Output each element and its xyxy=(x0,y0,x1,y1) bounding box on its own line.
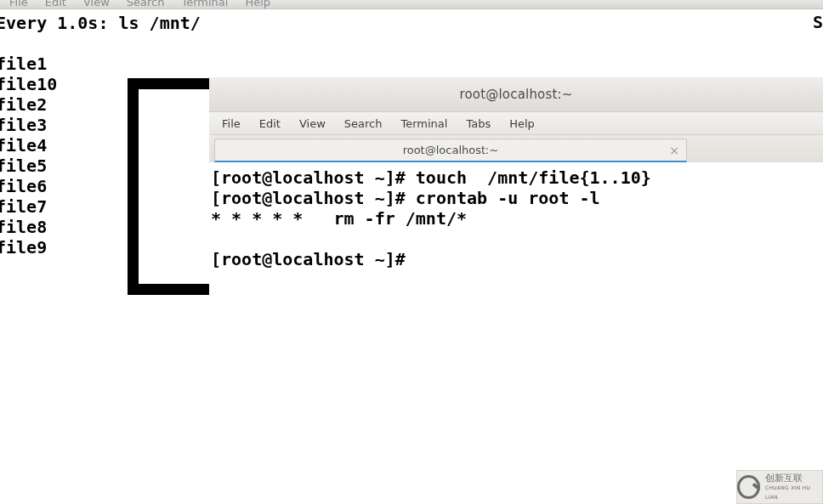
fg-terminal-body[interactable]: [root@localhost ~]# touch /mnt/file{1..1… xyxy=(209,162,823,504)
menu-edit[interactable]: Edit xyxy=(250,114,290,133)
watermark-text: 创新互联 CHUANG XIN HU LIAN xyxy=(765,473,822,501)
terminal-line: [root@localhost ~]# crontab -u root -l xyxy=(211,188,600,208)
tab-active[interactable]: root@localhost:~ × xyxy=(214,139,687,162)
terminal-line: [root@localhost ~]# xyxy=(211,249,416,269)
file-entry: file7 xyxy=(0,196,47,217)
watch-header-right: S xyxy=(813,12,823,32)
watermark-line1: 创新互联 xyxy=(765,473,822,483)
file-entry: file3 xyxy=(0,115,47,135)
window-title: root@localhost:~ xyxy=(459,87,572,102)
bg-menu-file[interactable]: File xyxy=(1,0,37,8)
menu-search[interactable]: Search xyxy=(335,114,392,133)
window-titlebar[interactable]: root@localhost:~ xyxy=(209,77,823,112)
terminal-line: * * * * * rm -fr /mnt/* xyxy=(211,208,467,229)
file-entry: file8 xyxy=(0,217,47,237)
file-entry: file6 xyxy=(0,176,47,196)
tab-label: root@localhost:~ xyxy=(403,144,499,156)
bg-menu-view[interactable]: View xyxy=(75,0,118,8)
file-entry: file9 xyxy=(0,237,47,258)
menu-file[interactable]: File xyxy=(213,114,250,133)
file-entry: file1 xyxy=(0,54,47,74)
close-icon[interactable]: × xyxy=(669,144,679,156)
fg-menubar: File Edit View Search Terminal Tabs Help xyxy=(209,112,823,135)
foreground-terminal-window: root@localhost:~ File Edit View Search T… xyxy=(209,77,823,504)
watermark: 创新互联 CHUANG XIN HU LIAN xyxy=(736,470,823,504)
bg-menu-terminal[interactable]: Terminal xyxy=(173,0,236,8)
bg-menu-help[interactable]: Help xyxy=(236,0,279,8)
watch-header: Every 1.0s: ls /mnt/ xyxy=(0,13,201,33)
menu-tabs[interactable]: Tabs xyxy=(457,114,500,133)
watermark-logo-icon xyxy=(737,475,760,499)
file-entry: file2 xyxy=(0,94,47,115)
menu-terminal[interactable]: Terminal xyxy=(391,114,457,133)
tab-bar: root@localhost:~ × xyxy=(209,135,823,162)
watermark-line2: CHUANG XIN HU LIAN xyxy=(765,483,822,501)
file-entry: file5 xyxy=(0,156,47,176)
terminal-line: [root@localhost ~]# touch /mnt/file{1..1… xyxy=(211,167,651,188)
menu-view[interactable]: View xyxy=(290,114,335,133)
file-entry: file10 xyxy=(0,74,57,94)
menu-help[interactable]: Help xyxy=(500,114,544,133)
file-entry: file4 xyxy=(0,135,47,156)
bg-menu-edit[interactable]: Edit xyxy=(37,0,75,8)
bg-menu-search[interactable]: Search xyxy=(118,0,173,8)
bg-menubar: File Edit View Search Terminal Help xyxy=(0,0,823,9)
